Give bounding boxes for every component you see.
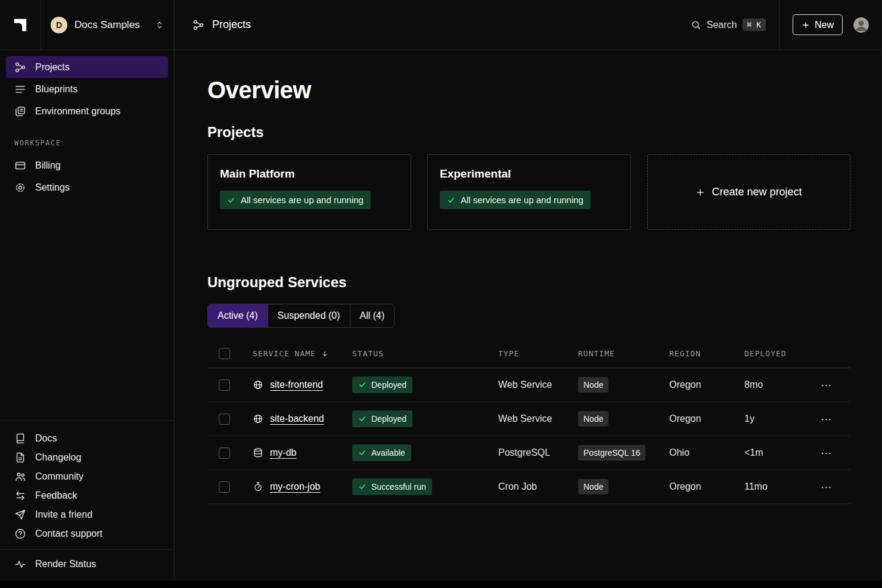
sidebar-item-label: Projects bbox=[35, 62, 70, 73]
services-table: SERVICE NAME STATUS TYPE RUNTIME REGION … bbox=[207, 340, 850, 504]
service-link[interactable]: site-backend bbox=[270, 413, 324, 424]
check-icon bbox=[358, 483, 367, 491]
sidebar-item-label: Docs bbox=[35, 433, 57, 444]
service-type: Cron Job bbox=[498, 481, 578, 492]
tab-all[interactable]: All (4) bbox=[350, 304, 395, 327]
check-icon bbox=[227, 196, 235, 204]
project-card-title: Main Platform bbox=[220, 167, 399, 181]
sidebar-item-blueprints[interactable]: Blueprints bbox=[6, 78, 168, 100]
column-header-service-name[interactable]: SERVICE NAME bbox=[253, 349, 352, 358]
globe-icon bbox=[253, 413, 263, 424]
layers-stack-icon bbox=[14, 105, 26, 117]
sidebar-item-docs[interactable]: Docs bbox=[0, 429, 174, 448]
column-header-runtime[interactable]: RUNTIME bbox=[578, 349, 669, 358]
sidebar-item-settings[interactable]: Settings bbox=[6, 176, 168, 198]
new-button-label: New bbox=[815, 20, 834, 30]
sort-descending-icon[interactable] bbox=[321, 350, 329, 358]
ungrouped-services-heading: Ungrouped Services bbox=[207, 274, 850, 291]
users-icon bbox=[14, 471, 26, 483]
status-badge: Deployed bbox=[352, 377, 412, 393]
row-actions-menu-icon[interactable]: ⋯ bbox=[821, 379, 833, 391]
workspace-name: Docs Samples bbox=[74, 19, 148, 31]
search-button[interactable]: Search ⌘ K bbox=[691, 0, 779, 49]
database-icon bbox=[253, 447, 263, 458]
project-card-experimental[interactable]: Experimental All services are up and run… bbox=[427, 154, 631, 230]
sidebar-item-label: Community bbox=[35, 471, 83, 482]
search-label: Search bbox=[707, 20, 737, 30]
workspace-section-label: WORKSPACE bbox=[0, 122, 174, 154]
service-link[interactable]: site-frontend bbox=[270, 379, 323, 390]
breadcrumb-label: Projects bbox=[212, 18, 251, 31]
sidebar-item-changelog[interactable]: Changelog bbox=[0, 448, 174, 467]
tab-suspended[interactable]: Suspended (0) bbox=[268, 304, 350, 327]
project-status-text: All services are up and running bbox=[461, 195, 583, 205]
new-button[interactable]: New bbox=[793, 14, 843, 35]
column-header-type[interactable]: TYPE bbox=[498, 349, 578, 358]
sidebar-item-label: Billing bbox=[35, 160, 61, 171]
gear-icon bbox=[14, 182, 26, 194]
column-header-deployed[interactable]: DEPLOYED bbox=[744, 349, 810, 358]
sidebar-item-community[interactable]: Community bbox=[0, 467, 174, 486]
projects-heading: Projects bbox=[207, 124, 850, 141]
sidebar-item-contact-support[interactable]: Contact support bbox=[0, 524, 174, 543]
topbar-right-group: New bbox=[779, 0, 882, 49]
status-text: Available bbox=[371, 448, 405, 458]
select-row-checkbox[interactable] bbox=[219, 447, 230, 459]
service-link[interactable]: my-cron-job bbox=[270, 481, 320, 492]
status-badge: Successful run bbox=[352, 478, 432, 495]
help-circle-icon bbox=[14, 528, 26, 540]
sidebar-item-projects[interactable]: Projects bbox=[6, 56, 168, 78]
check-icon bbox=[358, 415, 367, 423]
service-type: Web Service bbox=[498, 379, 578, 390]
workspace-selector[interactable]: D Docs Samples bbox=[41, 0, 175, 49]
service-region: Ohio bbox=[669, 447, 744, 458]
sidebar-item-label: Contact support bbox=[35, 528, 103, 539]
services-filter-tabs: Active (4) Suspended (0) All (4) bbox=[207, 304, 395, 328]
tab-active[interactable]: Active (4) bbox=[208, 304, 268, 327]
service-deployed: 1y bbox=[744, 413, 810, 424]
timer-icon bbox=[253, 481, 263, 492]
sidebar-item-environment-groups[interactable]: Environment groups bbox=[6, 100, 168, 122]
plus-icon bbox=[695, 188, 705, 197]
sidebar-footer: Docs Changelog bbox=[0, 420, 174, 549]
table-header-row: SERVICE NAME STATUS TYPE RUNTIME REGION … bbox=[207, 340, 850, 368]
service-region: Oregon bbox=[669, 481, 744, 492]
runtime-badge: Node bbox=[578, 377, 608, 393]
project-card-main-platform[interactable]: Main Platform All services are up and ru… bbox=[207, 154, 411, 230]
sidebar-item-label: Blueprints bbox=[35, 84, 77, 95]
column-header-region[interactable]: REGION bbox=[669, 349, 744, 358]
projects-graph-icon bbox=[14, 61, 26, 73]
table-row: site-backend Deployed Web Service Node O… bbox=[207, 402, 850, 436]
service-link[interactable]: my-db bbox=[270, 447, 296, 458]
create-new-project-button[interactable]: Create new project bbox=[647, 154, 850, 230]
row-actions-menu-icon[interactable]: ⋯ bbox=[821, 413, 833, 425]
sidebar-item-feedback[interactable]: Feedback bbox=[0, 486, 174, 505]
render-logo[interactable] bbox=[0, 0, 41, 49]
file-text-icon bbox=[14, 452, 26, 463]
swap-arrows-icon bbox=[14, 490, 26, 502]
pulse-icon bbox=[14, 558, 26, 570]
table-row: my-cron-job Successful run Cron Job Node… bbox=[207, 470, 850, 504]
sidebar-item-render-status[interactable]: Render Status bbox=[0, 555, 174, 574]
select-row-checkbox[interactable] bbox=[219, 413, 230, 425]
sidebar-item-billing[interactable]: Billing bbox=[6, 154, 168, 176]
select-row-checkbox[interactable] bbox=[219, 481, 230, 493]
row-actions-menu-icon[interactable]: ⋯ bbox=[821, 481, 833, 493]
row-actions-menu-icon[interactable]: ⋯ bbox=[821, 447, 833, 459]
column-header-status[interactable]: STATUS bbox=[352, 349, 498, 358]
select-all-checkbox[interactable] bbox=[219, 348, 230, 359]
table-row: my-db Available PostgreSQL PostgreSQL 16… bbox=[207, 436, 850, 470]
check-icon bbox=[358, 381, 367, 389]
sidebar-item-label: Environment groups bbox=[35, 106, 120, 117]
main-content: Overview Projects Main Platform All serv… bbox=[175, 50, 882, 581]
runtime-badge: Node bbox=[578, 479, 608, 494]
sidebar-item-invite-a-friend[interactable]: Invite a friend bbox=[0, 505, 174, 524]
sidebar-item-label: Changelog bbox=[35, 452, 81, 463]
runtime-badge: PostgreSQL 16 bbox=[578, 445, 645, 461]
table-row: site-frontend Deployed Web Service Node … bbox=[207, 368, 850, 402]
bottom-strip bbox=[0, 581, 882, 588]
status-text: Successful run bbox=[371, 482, 426, 491]
select-row-checkbox[interactable] bbox=[219, 379, 230, 391]
user-avatar[interactable] bbox=[853, 17, 869, 33]
project-cards: Main Platform All services are up and ru… bbox=[207, 154, 850, 230]
